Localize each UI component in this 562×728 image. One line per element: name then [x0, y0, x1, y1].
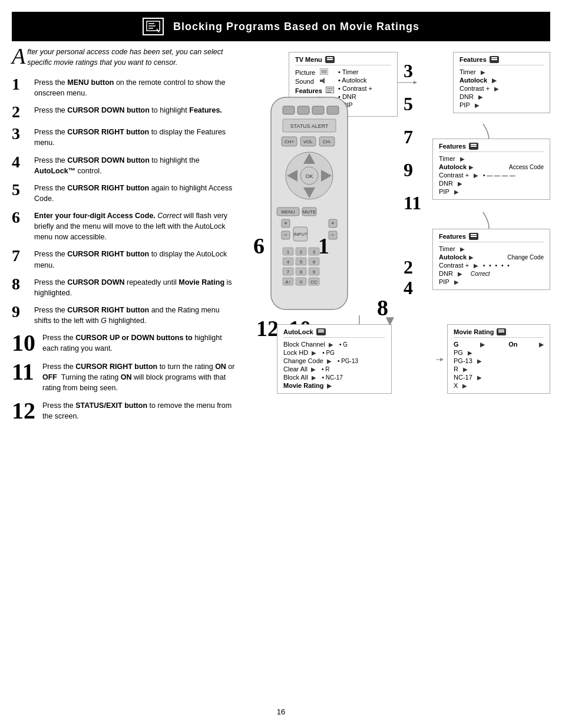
step-2: 2 Press the CURSOR DOWN button to highli…	[12, 104, 236, 120]
movie-rating-title: Movie Rating	[454, 328, 544, 338]
down-arrow: ▼	[383, 312, 397, 329]
header-icon	[143, 18, 164, 35]
svg-text:+: +	[284, 220, 287, 226]
tv-menu-title: TV Menu	[295, 56, 391, 65]
step-number-9: 9	[12, 304, 34, 320]
al-block-channel: Block Channel ▶ • G	[283, 340, 385, 348]
svg-text:1: 1	[287, 249, 290, 255]
step-10: 10 Press the CURSOR UP or DOWN buttons t…	[12, 331, 236, 355]
overlay-1: 1	[318, 233, 329, 259]
overlay-5: 5	[404, 93, 413, 115]
overlay-6: 6	[253, 233, 265, 259]
step-text-3: Press the CURSOR RIGHT button to display…	[34, 126, 236, 148]
step-text-11: Press the CURSOR RIGHT button to turn th…	[42, 360, 236, 393]
step-7: 7 Press the CURSOR RIGHT button to displ…	[12, 248, 236, 270]
overlay-2: 2	[404, 256, 413, 278]
f3-pip: PIP▶	[439, 278, 544, 286]
autolock-title: AutoLock	[283, 328, 385, 338]
tv-menu-right-autolock: • Autolock	[338, 76, 391, 84]
step-text-7: Press the CURSOR RIGHT button to display…	[34, 248, 236, 270]
mr-g: G ▶ On ▶	[454, 340, 544, 348]
features-panel-3: Features Timer▶ Autolock▶ Change Code Co…	[432, 229, 550, 290]
svg-text:CH-: CH-	[323, 139, 332, 144]
f3-correct: Correct	[471, 271, 490, 277]
step-number-11: 11	[12, 360, 42, 384]
step-text-4: Press the CURSOR DOWN button to highligh…	[34, 154, 236, 176]
tv-menu-item-features: Features	[295, 86, 333, 95]
f1-dnr: DNR▶	[459, 93, 544, 101]
step-number-12: 12	[12, 399, 42, 423]
svg-rect-20	[297, 106, 309, 114]
features-3-icon	[469, 233, 478, 240]
step-text-8: Press the CURSOR DOWN repeatedly until M…	[34, 276, 236, 298]
svg-text:VOL: VOL	[303, 139, 313, 144]
step-number-8: 8	[12, 276, 34, 292]
f1-timer: Timer▶	[459, 68, 544, 76]
picture-icon	[320, 68, 328, 76]
svg-text:−: −	[331, 232, 335, 238]
al-change-code: Change Code ▶ • PG-13	[283, 357, 385, 365]
al-lock-hd: Lock HD ▶ • PG	[283, 348, 385, 357]
tv-menu-right-contrast: • Contrast +	[338, 84, 391, 93]
step-12: 12 Press the STATUS/EXIT button to remov…	[12, 399, 236, 423]
f3-change-code: Change Code	[507, 254, 544, 261]
svg-rect-22	[327, 106, 339, 114]
tv-menu-right-timer: • Timer	[338, 68, 391, 76]
features-1-icon	[490, 56, 499, 63]
step-text-12: Press the STATUS/EXIT button to remove t…	[42, 399, 236, 421]
f2-pip: PIP▶	[439, 187, 544, 196]
step-text-10: Press the CURSOR UP or DOWN buttons to h…	[42, 331, 236, 354]
step-3: 3 Press the CURSOR RIGHT button to displ…	[12, 126, 236, 148]
step-5: 5 Press the CURSOR RIGHT button again to…	[12, 182, 236, 204]
diagram-container: TV Menu Picture Sound	[242, 47, 550, 430]
overlay-4: 4	[404, 277, 413, 299]
mr-pg: PG ▶	[454, 348, 544, 357]
features-panel-1: Features Timer▶ Autolock▶ Contrast +▶ DN…	[453, 52, 550, 113]
step-text-5: Press the CURSOR RIGHT button again to h…	[34, 182, 236, 204]
svg-text:2: 2	[300, 249, 303, 255]
f3-autolock: Autolock▶ Change Code	[439, 253, 544, 261]
step-number-5: 5	[12, 182, 34, 198]
svg-text:CH+: CH+	[285, 139, 295, 144]
overlay-3: 3	[404, 60, 413, 82]
step-text-2: Press the CURSOR DOWN button to highligh…	[34, 104, 222, 116]
intro-body: fter your personal access code has been …	[27, 48, 223, 67]
f2-timer: Timer▶	[439, 154, 544, 163]
f3-contrast: Contrast +▶ • • • • •	[439, 261, 544, 269]
svg-text:3: 3	[313, 249, 316, 255]
f3-dnr: DNR▶ Correct	[439, 269, 544, 278]
svg-text:STATUS ALERT: STATUS ALERT	[290, 123, 329, 129]
overlay-11: 11	[404, 192, 421, 214]
step-text-6: Enter your four-digit Access Code. Corre…	[34, 209, 236, 242]
movie-rating-panel: Movie Rating G ▶ On ▶ PG ▶ PG-13 ▶ R ▶	[447, 324, 550, 394]
f2-autolock: Autolock▶ Access Code	[439, 163, 544, 171]
features-icon	[326, 87, 334, 94]
drop-cap: A	[12, 47, 25, 65]
overlay-7: 7	[404, 126, 413, 148]
tv-menu-label: TV Menu	[295, 56, 322, 63]
step-number-10: 10	[12, 331, 42, 355]
tv-menu-icon	[325, 56, 335, 63]
features-panel-2: Features Timer▶ Autolock▶ Access Code Co…	[432, 139, 550, 200]
svg-text:4: 4	[287, 259, 290, 265]
svg-text:7: 7	[287, 269, 290, 275]
svg-text:OK: OK	[305, 173, 313, 179]
step-11: 11 Press the CURSOR RIGHT button to turn…	[12, 360, 236, 393]
features-1-title: Features	[459, 56, 544, 65]
f3-dots: • • • • •	[483, 262, 511, 269]
mr-r: R ▶	[454, 365, 544, 373]
page-number: 16	[277, 707, 285, 716]
step-9: 9 Press the CURSOR RIGHT button and the …	[12, 304, 236, 326]
step-text-9: Press the CURSOR RIGHT button and the Ra…	[34, 304, 236, 326]
f3-timer: Timer▶	[439, 245, 544, 253]
svg-rect-8	[321, 70, 327, 74]
features-2-icon	[469, 143, 478, 150]
page-title: Blocking Programs Based on Movie Ratings	[173, 21, 419, 33]
f1-pip: PIP▶	[459, 101, 544, 109]
mr-pg13: PG-13 ▶	[454, 357, 544, 365]
mr-g-on: On	[508, 341, 517, 348]
al-block-all: Block All ▶ • NC-17	[283, 373, 385, 381]
svg-text:INPUT: INPUT	[293, 232, 308, 237]
features-2-title: Features	[439, 143, 544, 152]
svg-text:0: 0	[300, 279, 303, 285]
